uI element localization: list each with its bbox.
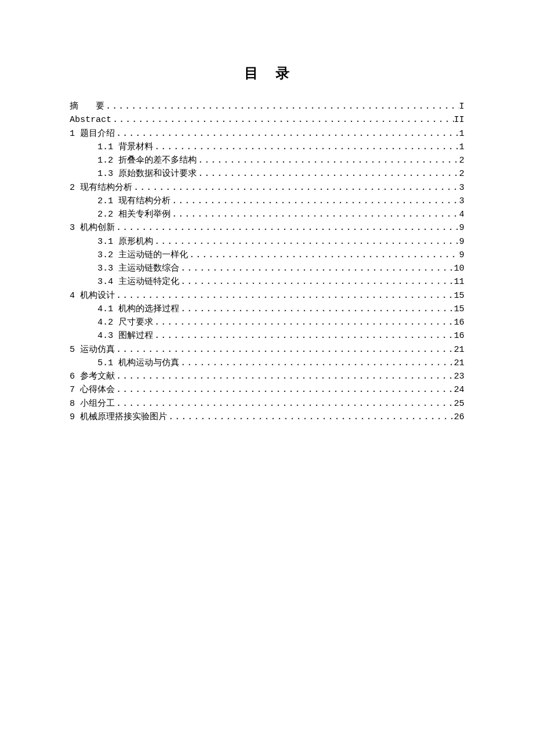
- toc-entry-label: 4.2 尺寸要求: [98, 316, 153, 329]
- toc-entry-label: 1.1 背景材料: [98, 141, 153, 154]
- toc-entry-page: 10: [454, 262, 464, 275]
- toc-entry-label: 1.2 折叠伞的差不多结构: [98, 154, 197, 167]
- toc-entry-label: 6 参考文献: [70, 370, 115, 383]
- toc-entry-page: 11: [454, 275, 464, 289]
- toc-leader-dots: [115, 397, 454, 411]
- toc-entry: 3.3 主运动链数综合10: [70, 262, 464, 275]
- toc-entry-page: 3: [459, 181, 464, 195]
- toc-entry-page: 1: [459, 127, 464, 141]
- toc-entry-label: 3.1 原形机构: [98, 235, 153, 249]
- toc-entry: 1 题目介绍1: [70, 127, 464, 141]
- toc-entry: 4.3 图解过程16: [70, 329, 464, 343]
- toc-entry-page: 25: [454, 397, 464, 411]
- toc-entry: 5 运动仿真21: [70, 343, 464, 357]
- toc-entry-label: 7 心得体会: [70, 383, 115, 397]
- toc-entry-page: 9: [459, 221, 464, 235]
- toc-entry-label: 3 机构创新: [70, 221, 115, 235]
- toc-entry-label: 3.2 主运动链的一样化: [98, 249, 188, 262]
- toc-entry-label: 3.4 主运动链特定化: [98, 275, 179, 289]
- toc-entry: 2 现有结构分析3: [70, 181, 464, 195]
- toc-leader-dots: [153, 329, 454, 343]
- toc-entry: 9 机械原理搭接实验图片26: [70, 411, 464, 424]
- table-of-contents: 摘 要IAbstractII1 题目介绍11.1 背景材料11.2 折叠伞的差不…: [70, 100, 464, 424]
- toc-entry-page: 9: [459, 249, 464, 262]
- toc-entry: 3.2 主运动链的一样化9: [70, 249, 464, 262]
- toc-entry-label: 4 机构设计: [70, 289, 115, 303]
- toc-entry-page: 16: [454, 316, 464, 329]
- toc-entry-label: 1.3 原始数据和设计要求: [98, 167, 197, 181]
- toc-entry: 5.1 机构运动与仿真21: [70, 357, 464, 370]
- toc-entry-page: II: [454, 113, 464, 127]
- toc-leader-dots: [197, 167, 459, 181]
- toc-entry: 1.1 背景材料1: [70, 141, 464, 154]
- toc-entry: 4.2 尺寸要求16: [70, 316, 464, 329]
- toc-leader-dots: [171, 195, 459, 208]
- toc-entry-page: 1: [459, 141, 464, 154]
- toc-entry: 摘 要I: [70, 100, 464, 113]
- toc-leader-dots: [153, 316, 454, 329]
- toc-entry-label: 5.1 机构运动与仿真: [98, 357, 179, 370]
- toc-entry-page: 2: [459, 167, 464, 181]
- toc-entry-label: 3.3 主运动链数综合: [98, 262, 179, 275]
- toc-leader-dots: [115, 289, 454, 303]
- toc-entry-label: 5 运动仿真: [70, 343, 115, 357]
- toc-entry-page: 15: [454, 289, 464, 303]
- toc-entry: 1.3 原始数据和设计要求2: [70, 167, 464, 181]
- toc-leader-dots: [104, 100, 459, 113]
- toc-entry-page: 21: [454, 343, 464, 357]
- toc-leader-dots: [179, 275, 454, 289]
- toc-entry-page: 4: [459, 208, 464, 221]
- toc-leader-dots: [197, 154, 459, 167]
- toc-entry: 2.1 现有结构分析3: [70, 195, 464, 208]
- toc-entry: 3.1 原形机构9: [70, 235, 464, 249]
- toc-entry-label: 4.1 机构的选择过程: [98, 303, 179, 316]
- toc-leader-dots: [115, 343, 454, 357]
- toc-entry-page: 2: [459, 154, 464, 167]
- page-title: 目录: [70, 64, 464, 82]
- toc-leader-dots: [115, 127, 459, 141]
- toc-entry-label: 2.1 现有结构分析: [98, 195, 171, 208]
- toc-entry-page: 3: [459, 195, 464, 208]
- toc-entry: 2.2 相关专利举例4: [70, 208, 464, 221]
- toc-entry: 1.2 折叠伞的差不多结构2: [70, 154, 464, 167]
- toc-entry-label: 摘 要: [70, 100, 104, 113]
- toc-leader-dots: [115, 370, 454, 383]
- toc-entry-page: 16: [454, 329, 464, 343]
- toc-entry-label: 4.3 图解过程: [98, 329, 153, 343]
- toc-leader-dots: [188, 249, 459, 262]
- toc-entry-page: I: [459, 100, 464, 113]
- toc-entry: 8 小组分工25: [70, 397, 464, 411]
- toc-entry-label: 2.2 相关专利举例: [98, 208, 171, 221]
- toc-leader-dots: [179, 303, 454, 316]
- toc-entry-label: 9 机械原理搭接实验图片: [70, 411, 167, 424]
- toc-entry-page: 26: [454, 411, 464, 424]
- toc-entry: AbstractII: [70, 113, 464, 127]
- toc-entry-page: 23: [454, 370, 464, 383]
- toc-entry: 7 心得体会24: [70, 383, 464, 397]
- toc-entry-label: 8 小组分工: [70, 397, 115, 411]
- toc-leader-dots: [153, 141, 459, 154]
- toc-entry-label: Abstract: [70, 113, 111, 127]
- toc-entry-label: 1 题目介绍: [70, 127, 115, 141]
- toc-leader-dots: [115, 383, 454, 397]
- toc-entry-page: 15: [454, 303, 464, 316]
- toc-entry-page: 9: [459, 235, 464, 249]
- toc-leader-dots: [167, 411, 454, 424]
- toc-leader-dots: [179, 262, 454, 275]
- toc-leader-dots: [153, 235, 459, 249]
- toc-entry: 6 参考文献23: [70, 370, 464, 383]
- toc-entry: 3.4 主运动链特定化11: [70, 275, 464, 289]
- toc-leader-dots: [115, 221, 459, 235]
- toc-entry: 3 机构创新9: [70, 221, 464, 235]
- toc-entry-page: 24: [454, 383, 464, 397]
- toc-entry-label: 2 现有结构分析: [70, 181, 132, 195]
- toc-entry: 4.1 机构的选择过程15: [70, 303, 464, 316]
- toc-leader-dots: [171, 208, 459, 221]
- toc-entry: 4 机构设计15: [70, 289, 464, 303]
- toc-leader-dots: [111, 113, 454, 127]
- toc-entry-page: 21: [454, 357, 464, 370]
- toc-leader-dots: [179, 357, 454, 370]
- toc-leader-dots: [132, 181, 459, 195]
